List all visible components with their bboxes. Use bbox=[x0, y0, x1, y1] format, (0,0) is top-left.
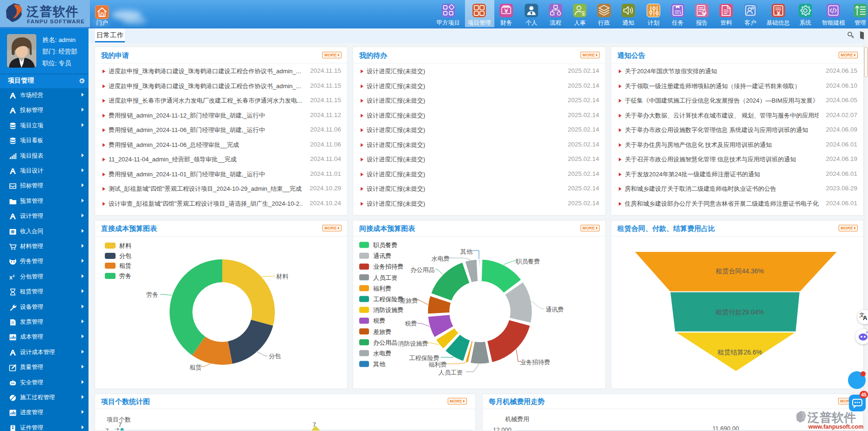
svg-text:FANPU SOFTWARE: FANPU SOFTWARE bbox=[27, 19, 85, 24]
svg-text:x: x bbox=[9, 274, 13, 281]
svg-text:泛普软件: 泛普软件 bbox=[807, 410, 856, 424]
svg-text:2: 2 bbox=[13, 274, 15, 278]
svg-text:0: 0 bbox=[12, 230, 14, 233]
svg-text:www.fanpusoft.com: www.fanpusoft.com bbox=[808, 424, 863, 430]
svg-text:泛普软件: 泛普软件 bbox=[26, 5, 79, 19]
